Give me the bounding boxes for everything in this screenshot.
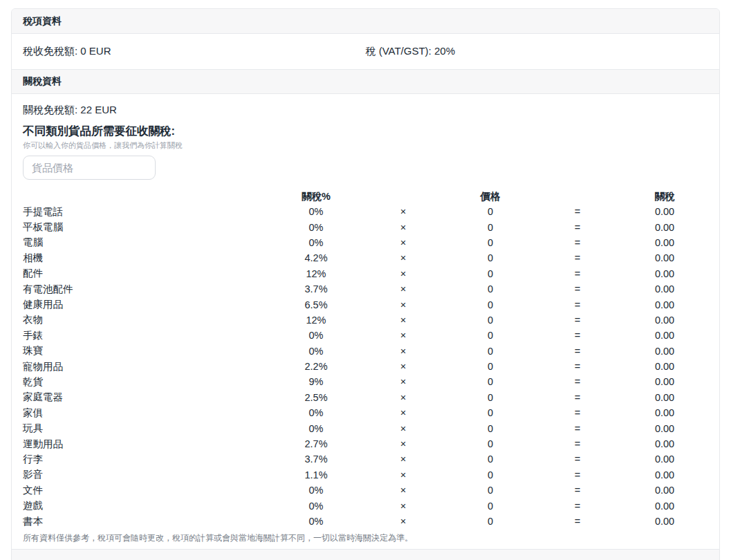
duty-section-content: 關稅免稅額: 22 EUR 不同類別貨品所需要征收關稅: 你可以輸入你的貨品價格…: [12, 94, 719, 549]
duty-amount: 0.00: [621, 252, 708, 263]
price-value: 0: [447, 237, 534, 248]
multiply-sign: ×: [360, 407, 447, 418]
duty-table-row: 家俱 0% × 0 = 0.00: [23, 405, 708, 420]
tax-free-allowance: 稅收免稅額: 0 EUR: [23, 45, 366, 58]
duty-rate: 4.2%: [272, 252, 360, 263]
duty-section-title: 關稅資料: [23, 75, 62, 88]
price-value: 0: [447, 469, 534, 480]
category-name: 衣物: [23, 313, 272, 326]
next-section-header: [12, 549, 719, 560]
duty-amount: 0.00: [621, 407, 708, 418]
multiply-sign: ×: [360, 501, 447, 512]
equals-sign: =: [534, 330, 621, 341]
price-value: 0: [447, 222, 534, 233]
duty-table-row: 乾貨 9% × 0 = 0.00: [23, 374, 708, 389]
duty-table-row: 珠寶 0% × 0 = 0.00: [23, 344, 708, 359]
duty-calculator-subtitle: 不同類別貨品所需要征收關稅:: [23, 123, 708, 138]
category-name: 遊戲: [23, 499, 272, 512]
duty-table-header-row: 關稅% 價格 關稅: [23, 189, 708, 204]
duty-rate: 1.1%: [272, 469, 360, 480]
duty-table-row: 玩具 0% × 0 = 0.00: [23, 420, 708, 436]
duty-rate: 12%: [272, 268, 360, 279]
price-value: 0: [447, 407, 534, 418]
equals-sign: =: [534, 376, 621, 387]
price-column-header: 價格: [447, 190, 534, 203]
duty-column-header: 關稅: [621, 190, 708, 203]
equals-sign: =: [534, 438, 621, 449]
duty-table-row: 手提電話 0% × 0 = 0.00: [23, 204, 708, 219]
duty-amount: 0.00: [621, 283, 708, 295]
duty-table-body: 手提電話 0% × 0 = 0.00 平板電腦 0% × 0 = 0.00 電腦…: [23, 204, 708, 529]
multiply-sign: ×: [360, 206, 447, 217]
duty-table-row: 寵物用品 2.2% × 0 = 0.00: [23, 359, 708, 374]
equals-sign: =: [534, 206, 621, 217]
multiply-sign: ×: [360, 346, 447, 357]
category-name: 相機: [23, 252, 272, 265]
multiply-sign: ×: [360, 485, 447, 496]
multiply-sign: ×: [360, 268, 447, 279]
multiply-sign: ×: [360, 454, 447, 465]
duty-table-row: 運動用品 2.7% × 0 = 0.00: [23, 436, 708, 451]
multiply-sign: ×: [360, 252, 447, 263]
equals-sign: =: [534, 361, 621, 372]
duty-amount: 0.00: [621, 299, 708, 310]
duty-table-row: 遊戲 0% × 0 = 0.00: [23, 498, 708, 513]
category-name: 運動用品: [23, 438, 272, 451]
price-value: 0: [447, 516, 534, 527]
duty-rate: 3.7%: [272, 283, 360, 295]
multiply-sign: ×: [360, 392, 447, 403]
duty-amount: 0.00: [621, 237, 708, 248]
price-value: 0: [447, 454, 534, 465]
price-value: 0: [447, 206, 534, 217]
category-name: 寵物用品: [23, 360, 272, 373]
category-name: 手錶: [23, 329, 272, 342]
equals-sign: =: [534, 423, 621, 434]
multiply-sign: ×: [360, 438, 447, 449]
tax-section-header: 稅項資料: [12, 9, 719, 34]
price-value: 0: [447, 268, 534, 279]
tax-section-title: 稅項資料: [23, 15, 62, 28]
duty-amount: 0.00: [621, 222, 708, 233]
duty-table-row: 配件 12% × 0 = 0.00: [23, 266, 708, 281]
duty-amount: 0.00: [621, 501, 708, 512]
category-name: 電腦: [23, 236, 272, 249]
multiply-sign: ×: [360, 376, 447, 387]
category-name: 乾貨: [23, 375, 272, 389]
multiply-sign: ×: [360, 516, 447, 527]
duty-amount: 0.00: [621, 516, 708, 527]
multiply-sign: ×: [360, 315, 447, 326]
duty-table-row: 健康用品 6.5% × 0 = 0.00: [23, 297, 708, 312]
multiply-sign: ×: [360, 423, 447, 434]
category-name: 家俱: [23, 407, 272, 420]
category-name: 家庭電器: [23, 391, 272, 404]
duty-rate: 0%: [272, 237, 360, 248]
category-name: 書本: [23, 515, 272, 528]
equals-sign: =: [534, 407, 621, 418]
multiply-sign: ×: [360, 237, 447, 248]
duty-amount: 0.00: [621, 268, 708, 279]
duty-table-row: 書本 0% × 0 = 0.00: [23, 514, 708, 529]
duty-amount: 0.00: [621, 315, 708, 326]
duty-rates-table: 關稅% 價格 關稅 手提電話 0% × 0 = 0.00 平板電腦 0% × 0…: [23, 189, 708, 529]
category-name: 行李: [23, 453, 272, 466]
duty-amount: 0.00: [621, 485, 708, 496]
duty-table-row: 衣物 12% × 0 = 0.00: [23, 312, 708, 328]
price-value: 0: [447, 252, 534, 263]
equals-sign: =: [534, 392, 621, 403]
multiply-sign: ×: [360, 469, 447, 480]
equals-sign: =: [534, 485, 621, 496]
duty-calculator-hint: 你可以輸入你的貨品價格，讓我們為你計算關稅: [23, 140, 708, 150]
price-value: 0: [447, 423, 534, 434]
equals-sign: =: [534, 346, 621, 357]
goods-price-input[interactable]: [23, 156, 156, 180]
equals-sign: =: [534, 469, 621, 480]
equals-sign: =: [534, 252, 621, 263]
tax-info-card: 稅項資料 稅收免稅額: 0 EUR 稅 (VAT/GST): 20% 關稅資料 …: [11, 8, 720, 560]
duty-section-header: 關稅資料: [12, 69, 719, 94]
price-value: 0: [447, 392, 534, 403]
duty-amount: 0.00: [621, 392, 708, 403]
duty-rate: 2.5%: [272, 392, 360, 403]
price-value: 0: [447, 501, 534, 512]
category-name: 玩具: [23, 422, 272, 435]
equals-sign: =: [534, 237, 621, 248]
